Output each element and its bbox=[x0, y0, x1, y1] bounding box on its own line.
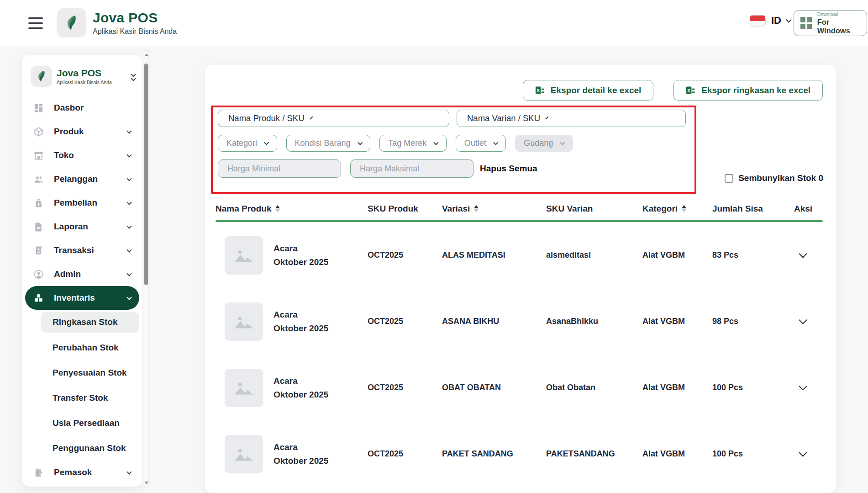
chevron-down-icon bbox=[126, 271, 132, 276]
variant-sku: AsanaBhikku bbox=[546, 317, 642, 326]
product-sku: OCT2025 bbox=[368, 449, 442, 459]
table-row: Acara Oktober 2025 OCT2025 ASANA BIKHU A… bbox=[216, 288, 823, 355]
download-for-windows-button[interactable]: Download For Windows bbox=[794, 10, 867, 36]
table-column-label: SKU Produk bbox=[368, 204, 418, 214]
chevron-down-icon bbox=[264, 140, 269, 145]
sidebar-item-label: Pembelian bbox=[54, 198, 97, 208]
sidebar-submenu-label: Penggunaan Stok bbox=[53, 443, 126, 453]
product-name: Acara Oktober 2025 bbox=[274, 374, 333, 401]
scrollbar-thumb[interactable] bbox=[144, 64, 148, 285]
filter-dropdown[interactable]: Gudang bbox=[515, 135, 573, 152]
sidebar-item[interactable]: Admin bbox=[25, 262, 139, 286]
sidebar-item[interactable]: Toko bbox=[25, 143, 139, 167]
row-expand-button[interactable] bbox=[795, 248, 810, 263]
sidebar-item[interactable]: Dasbor bbox=[25, 96, 139, 120]
sidebar-item-label: Pelanggan bbox=[54, 174, 98, 184]
row-expand-button[interactable] bbox=[795, 446, 810, 462]
sidebar-item[interactable]: Pembelian bbox=[25, 191, 139, 215]
product-image-placeholder bbox=[225, 435, 263, 473]
hide-zero-stock-label: Sembunyikan Stok 0 bbox=[738, 173, 823, 183]
sort-icon[interactable] bbox=[682, 205, 686, 213]
image-placeholder-icon bbox=[233, 444, 254, 465]
stock-table: Nama Produk SKU Produk Variasi SKU Varia… bbox=[216, 197, 823, 487]
table-body: Acara Oktober 2025 OCT2025 ALAS MEDITASI… bbox=[216, 222, 823, 487]
sort-icon[interactable] bbox=[474, 205, 479, 213]
filter-dropdown[interactable]: Kondisi Barang bbox=[286, 135, 371, 152]
leaf-icon bbox=[63, 14, 81, 32]
scrollbar-down-arrow-icon[interactable] bbox=[145, 482, 148, 484]
chevron-down-icon bbox=[126, 247, 132, 252]
filter-dropdown[interactable]: Tag Merek bbox=[379, 135, 447, 152]
price-max-input[interactable] bbox=[350, 159, 473, 178]
filter-dropdown[interactable]: Kategori bbox=[218, 135, 277, 152]
price-min-input[interactable] bbox=[218, 159, 341, 178]
remaining-quantity: 100 Pcs bbox=[712, 449, 792, 459]
app-tagline: Aplikasi Kasir Bisnis Anda bbox=[93, 27, 177, 36]
table-column-header: Kategori bbox=[642, 204, 712, 214]
export-buttons: Ekspor detail ke excel Ekspor ringkasan … bbox=[523, 80, 823, 101]
hide-zero-stock-checkbox[interactable] bbox=[725, 174, 733, 183]
product-search-field: Nama Produk / SKU bbox=[218, 110, 449, 127]
variant-sku: PAKETSANDANG bbox=[546, 449, 642, 459]
filter-dropdown[interactable]: Outlet bbox=[456, 135, 506, 152]
chevron-down-icon bbox=[799, 448, 807, 456]
filter-dropdown-label: Gudang bbox=[524, 138, 553, 148]
chevron-down-icon bbox=[126, 295, 132, 300]
sidebar-item[interactable]: Inventaris bbox=[25, 286, 139, 310]
sidebar-item-icon bbox=[33, 150, 44, 161]
product-search-type-select[interactable]: Nama Produk / SKU bbox=[228, 113, 305, 123]
language-selector[interactable]: ID bbox=[750, 15, 791, 27]
export-detail-button[interactable]: Ekspor detail ke excel bbox=[523, 80, 654, 101]
sidebar-app-tagline: Aplikasi Kasir Bisnis Anda bbox=[57, 80, 112, 85]
chevron-down-icon bbox=[126, 152, 132, 157]
export-detail-label: Ekspor detail ke excel bbox=[551, 85, 642, 95]
hamburger-menu-icon[interactable] bbox=[28, 17, 43, 29]
indonesia-flag-icon bbox=[750, 15, 766, 27]
variant-search-type-select[interactable]: Nama Varian / SKU bbox=[467, 113, 540, 123]
sidebar-collapse-icon[interactable] bbox=[132, 73, 136, 80]
product-search-input[interactable] bbox=[333, 114, 446, 123]
clear-all-filters-button[interactable]: Hapus Semua bbox=[480, 164, 537, 174]
scrollbar-up-arrow-icon[interactable] bbox=[145, 53, 148, 56]
table-column-label: Jumlah Sisa bbox=[712, 204, 763, 214]
sidebar-item[interactable]: Produk bbox=[25, 120, 139, 143]
sidebar-submenu-item[interactable]: Usia Persediaan bbox=[22, 410, 142, 435]
topbar: Jova POS Aplikasi Kasir Bisnis Anda ID D… bbox=[0, 0, 868, 46]
table-row: Acara Oktober 2025 OCT2025 PAKET SANDANG… bbox=[216, 421, 823, 487]
sidebar: Jova POS Aplikasi Kasir Bisnis Anda Dasb… bbox=[22, 55, 142, 487]
table-header-row: Nama Produk SKU Produk Variasi SKU Varia… bbox=[216, 197, 823, 220]
sidebar-scrollbar[interactable] bbox=[143, 50, 149, 488]
export-summary-button[interactable]: Ekspor ringkasan ke excel bbox=[673, 80, 823, 101]
sidebar-submenu-item[interactable]: Penyesuaian Stok bbox=[22, 360, 142, 385]
sidebar-item[interactable]: Pemasok bbox=[25, 461, 139, 484]
actions-cell bbox=[792, 446, 823, 462]
variant-search-input[interactable] bbox=[568, 114, 682, 123]
variant-sku: alsmeditasi bbox=[546, 250, 642, 260]
leaf-icon bbox=[35, 69, 48, 83]
remaining-quantity: 83 Pcs bbox=[712, 250, 792, 260]
table-column-label: Nama Produk bbox=[216, 204, 271, 214]
sidebar-submenu-item[interactable]: Ringkasan Stok bbox=[41, 312, 139, 333]
sidebar-submenu-item[interactable]: Penggunaan Stok bbox=[22, 435, 142, 461]
chevron-down-icon bbox=[786, 17, 792, 23]
chevron-down-icon bbox=[799, 316, 807, 324]
sidebar-submenu-label: Ringkasan Stok bbox=[53, 317, 118, 327]
sidebar-submenu-item[interactable]: Transfer Stok bbox=[22, 385, 142, 410]
sidebar-submenu-item[interactable]: Perubahan Stok bbox=[22, 335, 142, 360]
category: Alat VGBM bbox=[642, 449, 712, 459]
sidebar-item-label: Dasbor bbox=[54, 103, 84, 113]
sidebar-item-icon bbox=[33, 245, 44, 256]
sidebar-item[interactable]: Laporan bbox=[25, 215, 139, 239]
filter-dropdown-label: Outlet bbox=[464, 138, 486, 148]
export-summary-label: Ekspor ringkasan ke excel bbox=[701, 85, 810, 95]
row-expand-button[interactable] bbox=[795, 314, 810, 329]
sidebar-item[interactable]: Transaksi bbox=[25, 239, 139, 262]
chevron-down-icon bbox=[126, 200, 132, 205]
sort-icon[interactable] bbox=[275, 205, 280, 213]
sidebar-item-icon bbox=[33, 222, 44, 232]
row-expand-button[interactable] bbox=[795, 380, 810, 396]
table-column-header: Nama Produk bbox=[216, 204, 368, 214]
chevron-down-icon bbox=[126, 176, 132, 181]
sidebar-item[interactable]: Pelanggan bbox=[25, 167, 139, 191]
actions-cell bbox=[792, 380, 823, 396]
